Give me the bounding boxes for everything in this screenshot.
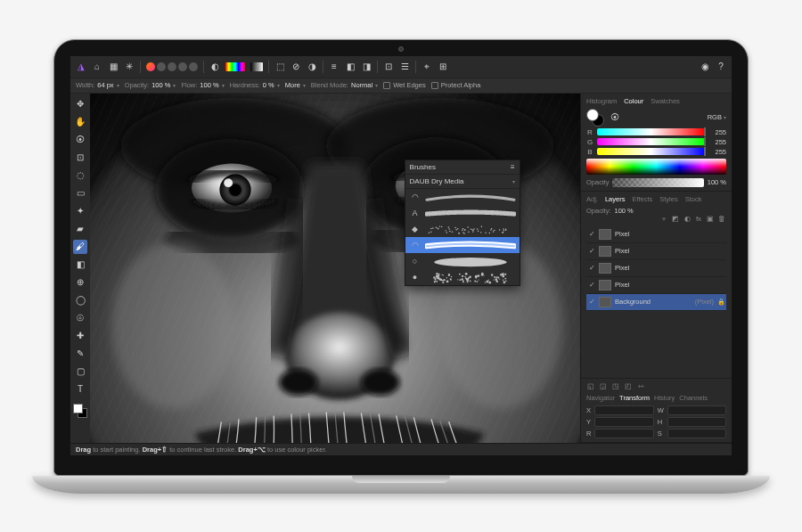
- add-adjust-icon[interactable]: ◐: [683, 215, 692, 224]
- brush-preset[interactable]: ●: [405, 269, 520, 285]
- blur-tool-icon[interactable]: ⦾: [73, 311, 87, 325]
- brush-flow-field[interactable]: Flow: 100 % ▾: [181, 81, 224, 89]
- add-fx-icon[interactable]: fx: [694, 215, 703, 224]
- wet-edges-checkbox[interactable]: Wet Edges: [383, 81, 426, 89]
- tab-histogram[interactable]: Histogram: [586, 97, 617, 105]
- visibility-icon[interactable]: ✓: [588, 281, 595, 289]
- colour-swatches[interactable]: [73, 404, 87, 418]
- assistant-icon[interactable]: ⌖: [421, 61, 432, 72]
- eyedropper-icon[interactable]: ⦿: [610, 112, 620, 123]
- colour-mode-dropdown[interactable]: RGB ▾: [708, 113, 726, 121]
- transform-h-input[interactable]: [667, 417, 726, 427]
- tab-stock[interactable]: Stock: [685, 195, 702, 203]
- more-button[interactable]: More ▾: [285, 81, 306, 89]
- halfmoon-icon[interactable]: ◐: [209, 61, 220, 72]
- channel-r-slider[interactable]: R255: [586, 128, 726, 136]
- visibility-icon[interactable]: ✓: [588, 247, 595, 255]
- view-tool-icon[interactable]: ✋: [73, 115, 87, 129]
- help-icon[interactable]: ?: [716, 61, 726, 72]
- brush-hardness-field[interactable]: Hardness: 0 % ▾: [230, 81, 280, 89]
- group-icon[interactable]: ▣: [706, 215, 715, 224]
- visibility-icon[interactable]: ✓: [588, 298, 595, 306]
- layer-row[interactable]: ✓Pixel: [586, 243, 726, 260]
- anchor-icon[interactable]: ◱: [586, 382, 595, 391]
- gradient-tool-icon[interactable]: ▰: [73, 222, 87, 236]
- transform-x-input[interactable]: [594, 405, 653, 415]
- tab-swatches[interactable]: Swatches: [651, 97, 680, 105]
- spectrum-picker[interactable]: [586, 159, 726, 175]
- text-tool-icon[interactable]: T: [73, 382, 87, 397]
- snapping-icon[interactable]: ⊞: [438, 61, 448, 72]
- shape-tool-icon[interactable]: ▢: [73, 364, 87, 379]
- brush-opacity-field[interactable]: Opacity: 100 % ▾: [125, 81, 176, 89]
- lock-aspect-icon[interactable]: ⇿: [636, 382, 645, 391]
- lock-icon[interactable]: 🔒: [717, 299, 724, 306]
- transform-s-input[interactable]: [667, 429, 726, 438]
- protect-alpha-checkbox[interactable]: Protect Alpha: [431, 81, 481, 89]
- autocontrast-icon[interactable]: ◧: [345, 61, 356, 72]
- account-icon[interactable]: ◉: [700, 61, 710, 72]
- anchor-icon[interactable]: ◳: [611, 382, 620, 391]
- healing-tool-icon[interactable]: ✚: [73, 329, 87, 343]
- anchor-icon[interactable]: ◲: [599, 382, 608, 391]
- hue-preview[interactable]: [225, 62, 245, 71]
- primary-colour-well[interactable]: [586, 109, 599, 121]
- tab-layers[interactable]: Layers: [605, 195, 626, 203]
- pen-tool-icon[interactable]: ✎: [73, 347, 87, 361]
- assets-icon[interactable]: ▦: [108, 61, 119, 72]
- layer-row[interactable]: ✓Background(Pixel)🔒: [586, 294, 726, 311]
- transform-w-input[interactable]: [667, 405, 726, 415]
- export-persona-icon[interactable]: [189, 62, 198, 71]
- invert-sel-icon[interactable]: ◑: [307, 61, 317, 72]
- tab-channels[interactable]: Channels: [679, 394, 708, 402]
- transform-r-input[interactable]: [594, 429, 653, 438]
- persona-switcher[interactable]: [146, 62, 198, 71]
- move-tool-icon[interactable]: ✥: [73, 97, 87, 111]
- brush-category-dropdown[interactable]: DAUB Dry Media ▾: [405, 175, 520, 189]
- brush-preset[interactable]: A: [405, 205, 520, 221]
- transform-y-input[interactable]: [594, 417, 653, 427]
- autocolor-icon[interactable]: ◨: [361, 61, 372, 72]
- settings-icon[interactable]: ✳︎: [124, 61, 135, 72]
- select-all-icon[interactable]: ⬚: [274, 61, 285, 72]
- brush-preset[interactable]: ◠: [405, 237, 520, 253]
- colour-wells[interactable]: [586, 109, 604, 127]
- opacity-slider[interactable]: [612, 178, 703, 187]
- tab-history[interactable]: History: [654, 394, 675, 402]
- channel-b-slider[interactable]: B255: [586, 148, 726, 156]
- delete-layer-icon[interactable]: 🗑: [717, 215, 726, 224]
- paint-brush-tool-icon[interactable]: 🖌: [73, 240, 87, 254]
- home-icon[interactable]: ⌂: [92, 61, 102, 72]
- brush-preset[interactable]: ○: [405, 253, 520, 269]
- anchor-icon[interactable]: ◰: [624, 382, 633, 391]
- photo-persona-icon[interactable]: [146, 62, 155, 71]
- layer-row[interactable]: ✓Pixel: [586, 226, 726, 243]
- layer-row[interactable]: ✓Pixel: [586, 260, 726, 277]
- flood-select-icon[interactable]: ✦: [73, 204, 87, 218]
- add-layer-icon[interactable]: ＋: [659, 215, 668, 224]
- layer-row[interactable]: ✓Pixel: [586, 277, 726, 294]
- channel-g-slider[interactable]: G255: [586, 138, 726, 146]
- tab-styles[interactable]: Styles: [659, 195, 677, 203]
- blend-mode-dropdown[interactable]: Blend Mode: Normal ▾: [311, 81, 378, 89]
- erase-tool-icon[interactable]: ◧: [73, 258, 87, 272]
- clone-tool-icon[interactable]: ⊕: [73, 275, 87, 290]
- autolevels-icon[interactable]: ≡: [329, 61, 340, 72]
- visibility-icon[interactable]: ✓: [588, 230, 595, 238]
- app-logo-icon[interactable]: ◮: [76, 61, 86, 72]
- brush-preset[interactable]: ◠: [405, 189, 520, 205]
- add-mask-icon[interactable]: ◩: [671, 215, 680, 224]
- panel-menu-icon[interactable]: ≡: [511, 163, 515, 171]
- liquify-persona-icon[interactable]: [157, 62, 166, 71]
- marquee-tool-icon[interactable]: ▭: [73, 186, 87, 201]
- brush-width-field[interactable]: Width: 64 px ▾: [76, 81, 119, 89]
- foreground-swatch[interactable]: [73, 404, 83, 413]
- tab-colour[interactable]: Colour: [624, 97, 643, 105]
- deselect-icon[interactable]: ⊘: [291, 61, 301, 72]
- dodge-tool-icon[interactable]: ◯: [73, 293, 87, 307]
- colour-picker-tool-icon[interactable]: ⦿: [73, 133, 87, 147]
- selection-brush-icon[interactable]: ◌: [73, 168, 87, 183]
- brushes-panel[interactable]: Brushes ≡ DAUB Dry Media ▾ ◠A◆◠○●: [405, 160, 520, 286]
- crop-mode-icon[interactable]: ⊡: [383, 61, 394, 72]
- tab-navigator[interactable]: Navigator: [586, 394, 615, 402]
